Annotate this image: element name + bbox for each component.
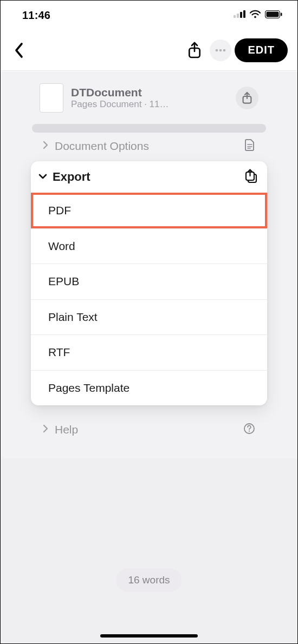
svg-rect-6 [281, 12, 282, 16]
app-toolbar: EDIT [1, 30, 297, 71]
document-icon [244, 139, 255, 154]
export-option-pages-template[interactable]: Pages Template [31, 370, 267, 406]
menu-document-options-label: Document Options [55, 140, 238, 153]
menu-help[interactable]: Help [32, 413, 266, 446]
status-bar: 11:46 [1, 1, 297, 30]
svg-point-8 [216, 49, 218, 51]
document-text-group: DTDocument Pages Document · 11… [71, 86, 228, 109]
more-button[interactable] [210, 40, 231, 61]
content-area: DTDocument Pages Document · 11… Document… [1, 71, 297, 643]
share-button[interactable] [183, 38, 206, 62]
cellular-icon [234, 10, 245, 20]
edit-button-label: EDIT [248, 44, 275, 56]
back-button[interactable] [7, 38, 31, 62]
export-option-word[interactable]: Word [31, 228, 267, 264]
svg-rect-2 [240, 12, 242, 18]
chevron-down-icon [38, 172, 47, 182]
export-panel: Export PDF Word EPUB Plain Text RTF [31, 161, 267, 405]
svg-point-15 [249, 431, 250, 432]
document-share-button[interactable] [236, 87, 258, 109]
wifi-icon [249, 10, 261, 21]
document-subtitle: Pages Document · 11… [71, 99, 228, 110]
export-option-epub-label: EPUB [48, 275, 79, 288]
svg-rect-3 [243, 10, 245, 18]
export-option-plain-text-label: Plain Text [48, 311, 98, 324]
status-indicators [234, 10, 282, 21]
export-option-plain-text[interactable]: Plain Text [31, 299, 267, 335]
export-option-pdf[interactable]: PDF [31, 193, 267, 228]
export-option-pdf-label: PDF [48, 204, 71, 217]
export-option-rtf[interactable]: RTF [31, 334, 267, 370]
document-info-card: DTDocument Pages Document · 11… [32, 77, 266, 119]
word-count-pill[interactable]: 16 words [116, 569, 182, 592]
export-header[interactable]: Export [31, 161, 267, 193]
chevron-right-icon [43, 424, 48, 435]
export-option-pages-template-label: Pages Template [48, 382, 129, 395]
export-option-word-label: Word [48, 240, 75, 253]
svg-rect-5 [267, 11, 279, 17]
svg-rect-1 [237, 14, 239, 18]
export-option-rtf-label: RTF [48, 346, 70, 359]
help-icon [243, 423, 255, 437]
document-thumbnail [40, 83, 63, 113]
battery-icon [265, 10, 282, 21]
menu-document-options[interactable]: Document Options [32, 130, 266, 162]
edit-button[interactable]: EDIT [235, 38, 288, 62]
svg-point-10 [223, 49, 226, 51]
word-count-label: 16 words [128, 574, 170, 586]
svg-point-9 [219, 49, 222, 51]
svg-rect-0 [234, 15, 236, 18]
document-title: DTDocument [71, 86, 228, 98]
status-time: 11:46 [22, 9, 50, 22]
export-icon [244, 168, 258, 186]
export-option-epub[interactable]: EPUB [31, 264, 267, 299]
menu-help-label: Help [55, 423, 237, 436]
chevron-right-icon [43, 141, 48, 152]
export-header-label: Export [53, 170, 239, 184]
home-indicator[interactable] [100, 634, 198, 638]
